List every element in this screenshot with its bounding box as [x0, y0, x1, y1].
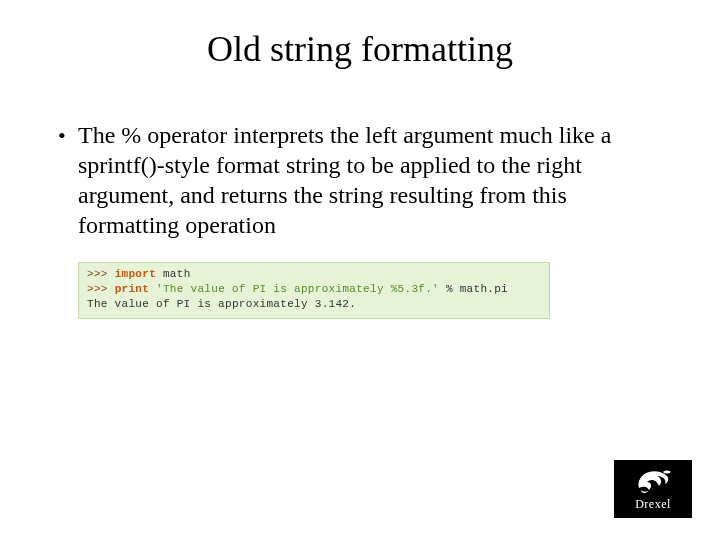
module-name: math	[163, 268, 191, 280]
repl-prompt: >>>	[87, 283, 108, 295]
slide: Old string formatting The % operator int…	[0, 0, 720, 540]
repl-prompt: >>>	[87, 268, 108, 280]
slide-title: Old string formatting	[0, 28, 720, 70]
keyword-print: print	[115, 283, 150, 295]
expression-tail: % math.pi	[439, 283, 508, 295]
bullet-item: The % operator interprets the left argum…	[58, 120, 668, 240]
keyword-import: import	[115, 268, 156, 280]
dragon-icon	[633, 466, 673, 496]
logo-text: Drexel	[635, 497, 671, 512]
drexel-logo: Drexel	[614, 460, 692, 518]
bullet-text: The % operator interprets the left argum…	[78, 120, 668, 240]
output-line: The value of PI is approximately 3.142.	[87, 298, 356, 310]
body-text: The % operator interprets the left argum…	[58, 120, 668, 240]
bullet-dot-icon	[58, 120, 78, 240]
code-example: >>> import math >>> print 'The value of …	[78, 262, 550, 319]
string-literal: 'The value of PI is approximately %5.3f.…	[156, 283, 439, 295]
